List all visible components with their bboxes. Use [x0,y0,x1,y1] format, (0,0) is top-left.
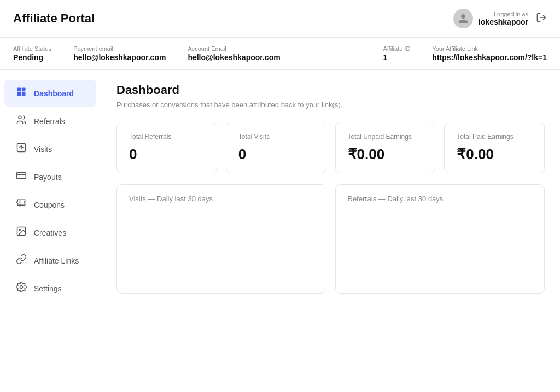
dashboard-icon [15,86,27,100]
account-email-item: Account Email hello@lokeshkapoor.com [188,45,280,62]
sidebar-label-settings: Settings [34,284,62,293]
stat-label: Total Paid Earnings [457,132,532,142]
stat-label: Total Visits [238,132,314,142]
sidebar-item-visits[interactable]: Visits [4,136,96,162]
coupons-icon [15,198,27,212]
stat-card: Total Visits0 [226,122,326,173]
affiliate-links-icon [15,254,27,267]
account-email-value: hello@lokeshkapoor.com [188,53,280,62]
sidebar-item-settings[interactable]: Settings [4,275,96,302]
svg-rect-1 [18,88,21,92]
stat-card: Total Unpaid Earnings₹0.00 [335,122,436,173]
stat-card: Total Paid Earnings₹0.00 [444,122,545,173]
svg-rect-4 [22,92,26,96]
sidebar-item-coupons[interactable]: Coupons [4,191,96,218]
sidebar-label-dashboard: Dashboard [34,89,74,98]
payment-email-value: hello@lokeshkapoor.com [73,53,166,62]
svg-rect-2 [22,88,26,92]
sidebar-label-affiliate-links: Affiliate Links [34,256,79,265]
stat-value: ₹0.00 [348,146,423,163]
stat-value: 0 [129,146,205,163]
settings-icon [15,282,27,295]
chart-label: Referrals — Daily last 30 days [348,195,533,203]
sidebar-item-dashboard[interactable]: Dashboard [4,80,96,107]
affiliate-id-item: Affiliate ID 1 [383,45,410,62]
charts-row: Visits — Daily last 30 daysReferrals — D… [116,184,545,294]
chart-label: Visits — Daily last 30 days [129,195,314,203]
stat-value: 0 [238,146,314,163]
affiliate-link-item: Your Affiliate Link https://lokeshkapoor… [432,45,547,62]
sidebar-item-referrals[interactable]: Referrals [4,108,96,134]
affiliate-status-label: Affiliate Status [13,45,51,52]
stat-card: Total Referrals0 [116,122,217,173]
top-header: Affiliate Portal Logged in as lokeshkapo… [0,0,560,38]
sidebar-label-coupons: Coupons [34,201,65,209]
affiliate-id-value: 1 [383,53,387,62]
payment-email-item: Payment email hello@lokeshkapoor.com [73,45,166,62]
main-layout: DashboardReferralsVisitsPayoutsCouponsCr… [0,70,560,369]
account-email-label: Account Email [188,45,280,52]
logout-icon[interactable] [536,12,547,26]
sidebar-item-affiliate-links[interactable]: Affiliate Links [4,247,96,274]
info-bar: Affiliate Status Pending Payment email h… [0,38,560,70]
avatar [453,9,473,28]
svg-rect-7 [17,172,26,179]
sidebar-label-payouts: Payouts [34,173,62,182]
sidebar-label-visits: Visits [34,145,52,154]
logged-label: Logged in as [479,11,528,17]
affiliate-link-label: Your Affiliate Link [432,45,547,52]
page-title: Dashboard [116,83,545,97]
sidebar-item-creatives[interactable]: Creatives [4,219,96,246]
svg-point-5 [19,116,21,119]
sidebar-item-payouts[interactable]: Payouts [4,163,96,190]
affiliate-status-value: Pending [13,53,43,62]
user-info: Logged in as lokeshkapoor [479,11,528,26]
username: lokeshkapoor [479,17,528,26]
main-content: Dashboard Purchases or conversions that … [101,70,560,369]
visits-icon [15,142,27,156]
chart-card: Referrals — Daily last 30 days [335,184,545,294]
sidebar-label-referrals: Referrals [34,117,65,126]
page-subtitle: Purchases or conversions that have been … [116,101,545,109]
sidebar: DashboardReferralsVisitsPayoutsCouponsCr… [0,70,101,369]
payouts-icon [15,170,27,184]
stat-label: Total Referrals [129,132,205,142]
user-area: Logged in as lokeshkapoor [453,9,547,28]
svg-point-10 [19,229,21,231]
stats-row: Total Referrals0Total Visits0Total Unpai… [116,122,545,173]
svg-rect-3 [18,92,21,96]
payment-email-label: Payment email [73,45,166,52]
stat-label: Total Unpaid Earnings [348,132,423,142]
affiliate-status-item: Affiliate Status Pending [13,45,51,62]
sidebar-label-creatives: Creatives [34,229,66,237]
svg-point-11 [20,286,23,289]
affiliate-link-value[interactable]: https://lokeshkapoor.com/?lk=1 [432,53,547,62]
affiliate-id-label: Affiliate ID [383,45,410,52]
creatives-icon [15,226,27,239]
chart-card: Visits — Daily last 30 days [116,184,326,294]
app-title: Affiliate Portal [13,11,95,26]
stat-value: ₹0.00 [457,146,532,163]
referrals-icon [15,114,27,128]
